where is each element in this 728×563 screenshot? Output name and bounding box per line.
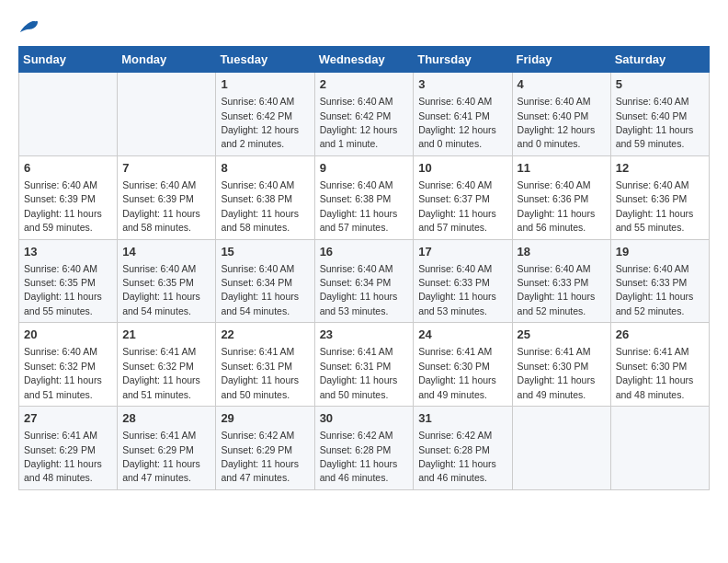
calendar-cell: 20Sunrise: 6:40 AM Sunset: 6:32 PM Dayli…: [19, 323, 118, 407]
calendar-cell: 13Sunrise: 6:40 AM Sunset: 6:35 PM Dayli…: [19, 239, 118, 323]
day-info: Sunrise: 6:40 AM Sunset: 6:36 PM Dayligh…: [518, 179, 596, 233]
calendar-cell: 10Sunrise: 6:40 AM Sunset: 6:37 PM Dayli…: [414, 155, 512, 239]
day-number: 10: [418, 160, 506, 177]
day-info: Sunrise: 6:40 AM Sunset: 6:33 PM Dayligh…: [418, 263, 496, 316]
day-number: 27: [24, 410, 112, 427]
day-number: 30: [320, 410, 409, 427]
calendar-cell: 7Sunrise: 6:40 AM Sunset: 6:39 PM Daylig…: [118, 155, 216, 239]
day-number: 15: [221, 244, 309, 260]
day-info: Sunrise: 6:40 AM Sunset: 6:39 PM Dayligh…: [24, 179, 102, 233]
day-info: Sunrise: 6:40 AM Sunset: 6:37 PM Dayligh…: [418, 179, 496, 233]
calendar-cell: 11Sunrise: 6:40 AM Sunset: 6:36 PM Dayli…: [512, 155, 610, 239]
day-number: 20: [24, 327, 112, 343]
day-info: Sunrise: 6:40 AM Sunset: 6:36 PM Dayligh…: [616, 179, 694, 233]
day-number: 18: [518, 244, 606, 260]
day-of-week-thursday: Thursday: [414, 47, 512, 73]
calendar-cell: 4Sunrise: 6:40 AM Sunset: 6:40 PM Daylig…: [512, 73, 610, 156]
day-info: Sunrise: 6:42 AM Sunset: 6:28 PM Dayligh…: [418, 430, 496, 483]
day-info: Sunrise: 6:41 AM Sunset: 6:29 PM Dayligh…: [122, 430, 200, 483]
day-of-week-friday: Friday: [512, 47, 610, 73]
days-of-week-header: SundayMondayTuesdayWednesdayThursdayFrid…: [19, 47, 710, 73]
calendar-cell: 2Sunrise: 6:40 AM Sunset: 6:42 PM Daylig…: [314, 73, 414, 156]
week-row-4: 20Sunrise: 6:40 AM Sunset: 6:32 PM Dayli…: [19, 323, 710, 407]
day-info: Sunrise: 6:42 AM Sunset: 6:29 PM Dayligh…: [221, 430, 299, 483]
week-row-5: 27Sunrise: 6:41 AM Sunset: 6:29 PM Dayli…: [19, 407, 710, 490]
day-info: Sunrise: 6:40 AM Sunset: 6:39 PM Dayligh…: [122, 179, 200, 233]
calendar-cell: 6Sunrise: 6:40 AM Sunset: 6:39 PM Daylig…: [19, 155, 118, 239]
day-number: 14: [122, 244, 210, 260]
calendar-cell: 25Sunrise: 6:41 AM Sunset: 6:30 PM Dayli…: [512, 323, 610, 407]
day-number: 12: [616, 160, 704, 177]
calendar-cell: 16Sunrise: 6:40 AM Sunset: 6:34 PM Dayli…: [314, 239, 414, 323]
calendar-body: 1Sunrise: 6:40 AM Sunset: 6:42 PM Daylig…: [19, 73, 710, 490]
logo: [18, 18, 39, 37]
day-info: Sunrise: 6:40 AM Sunset: 6:38 PM Dayligh…: [320, 179, 398, 233]
day-number: 5: [616, 76, 704, 93]
calendar-cell: [118, 73, 216, 156]
day-of-week-tuesday: Tuesday: [216, 47, 314, 73]
day-info: Sunrise: 6:40 AM Sunset: 6:41 PM Dayligh…: [418, 96, 496, 149]
day-number: 29: [221, 410, 309, 427]
day-info: Sunrise: 6:41 AM Sunset: 6:29 PM Dayligh…: [24, 430, 102, 483]
day-info: Sunrise: 6:40 AM Sunset: 6:38 PM Dayligh…: [221, 179, 299, 233]
calendar-cell: 23Sunrise: 6:41 AM Sunset: 6:31 PM Dayli…: [314, 323, 414, 407]
day-number: 16: [320, 244, 409, 260]
calendar-cell: 28Sunrise: 6:41 AM Sunset: 6:29 PM Dayli…: [118, 407, 216, 490]
day-number: 13: [24, 244, 112, 260]
day-number: 6: [24, 160, 112, 177]
day-info: Sunrise: 6:40 AM Sunset: 6:42 PM Dayligh…: [320, 96, 398, 149]
day-of-week-wednesday: Wednesday: [314, 47, 414, 73]
day-info: Sunrise: 6:40 AM Sunset: 6:33 PM Dayligh…: [518, 263, 596, 316]
calendar-cell: 31Sunrise: 6:42 AM Sunset: 6:28 PM Dayli…: [414, 407, 512, 490]
day-info: Sunrise: 6:41 AM Sunset: 6:30 PM Dayligh…: [518, 346, 596, 399]
day-info: Sunrise: 6:40 AM Sunset: 6:40 PM Dayligh…: [616, 96, 694, 149]
calendar-cell: 5Sunrise: 6:40 AM Sunset: 6:40 PM Daylig…: [610, 73, 709, 156]
calendar-cell: 17Sunrise: 6:40 AM Sunset: 6:33 PM Dayli…: [414, 239, 512, 323]
day-number: 4: [518, 76, 606, 93]
day-number: 25: [518, 327, 606, 343]
calendar-cell: 12Sunrise: 6:40 AM Sunset: 6:36 PM Dayli…: [610, 155, 709, 239]
day-number: 23: [320, 327, 409, 343]
week-row-2: 6Sunrise: 6:40 AM Sunset: 6:39 PM Daylig…: [19, 155, 710, 239]
calendar-table: SundayMondayTuesdayWednesdayThursdayFrid…: [18, 46, 710, 490]
day-info: Sunrise: 6:40 AM Sunset: 6:35 PM Dayligh…: [24, 263, 102, 316]
day-info: Sunrise: 6:40 AM Sunset: 6:42 PM Dayligh…: [221, 96, 299, 149]
calendar-cell: 1Sunrise: 6:40 AM Sunset: 6:42 PM Daylig…: [216, 73, 314, 156]
day-info: Sunrise: 6:40 AM Sunset: 6:34 PM Dayligh…: [221, 263, 299, 316]
calendar-cell: 3Sunrise: 6:40 AM Sunset: 6:41 PM Daylig…: [414, 73, 512, 156]
day-info: Sunrise: 6:41 AM Sunset: 6:31 PM Dayligh…: [320, 346, 398, 399]
day-info: Sunrise: 6:40 AM Sunset: 6:34 PM Dayligh…: [320, 263, 398, 316]
day-info: Sunrise: 6:40 AM Sunset: 6:40 PM Dayligh…: [518, 96, 596, 149]
calendar-cell: [610, 407, 709, 490]
day-info: Sunrise: 6:40 AM Sunset: 6:35 PM Dayligh…: [122, 263, 200, 316]
calendar-cell: 15Sunrise: 6:40 AM Sunset: 6:34 PM Dayli…: [216, 239, 314, 323]
calendar-cell: 18Sunrise: 6:40 AM Sunset: 6:33 PM Dayli…: [512, 239, 610, 323]
week-row-1: 1Sunrise: 6:40 AM Sunset: 6:42 PM Daylig…: [19, 73, 710, 156]
day-number: 31: [418, 410, 506, 427]
calendar-cell: [512, 407, 610, 490]
calendar-cell: 21Sunrise: 6:41 AM Sunset: 6:32 PM Dayli…: [118, 323, 216, 407]
day-info: Sunrise: 6:41 AM Sunset: 6:30 PM Dayligh…: [418, 346, 496, 399]
page-header: [18, 18, 710, 37]
calendar-cell: 26Sunrise: 6:41 AM Sunset: 6:30 PM Dayli…: [610, 323, 709, 407]
day-info: Sunrise: 6:41 AM Sunset: 6:30 PM Dayligh…: [616, 346, 694, 399]
day-number: 7: [122, 160, 210, 177]
day-info: Sunrise: 6:41 AM Sunset: 6:31 PM Dayligh…: [221, 346, 299, 399]
day-number: 11: [518, 160, 606, 177]
calendar-cell: 19Sunrise: 6:40 AM Sunset: 6:33 PM Dayli…: [610, 239, 709, 323]
logo-bird-icon: [20, 18, 39, 37]
day-number: 3: [418, 76, 506, 93]
day-of-week-monday: Monday: [118, 47, 216, 73]
calendar-cell: 9Sunrise: 6:40 AM Sunset: 6:38 PM Daylig…: [314, 155, 414, 239]
calendar-cell: 22Sunrise: 6:41 AM Sunset: 6:31 PM Dayli…: [216, 323, 314, 407]
day-number: 19: [616, 244, 704, 260]
day-info: Sunrise: 6:40 AM Sunset: 6:33 PM Dayligh…: [616, 263, 694, 316]
calendar-cell: 30Sunrise: 6:42 AM Sunset: 6:28 PM Dayli…: [314, 407, 414, 490]
day-number: 9: [320, 160, 409, 177]
calendar-cell: 24Sunrise: 6:41 AM Sunset: 6:30 PM Dayli…: [414, 323, 512, 407]
day-number: 17: [418, 244, 506, 260]
day-number: 21: [122, 327, 210, 343]
calendar-cell: 14Sunrise: 6:40 AM Sunset: 6:35 PM Dayli…: [118, 239, 216, 323]
calendar-cell: 27Sunrise: 6:41 AM Sunset: 6:29 PM Dayli…: [19, 407, 118, 490]
day-number: 28: [122, 410, 210, 427]
